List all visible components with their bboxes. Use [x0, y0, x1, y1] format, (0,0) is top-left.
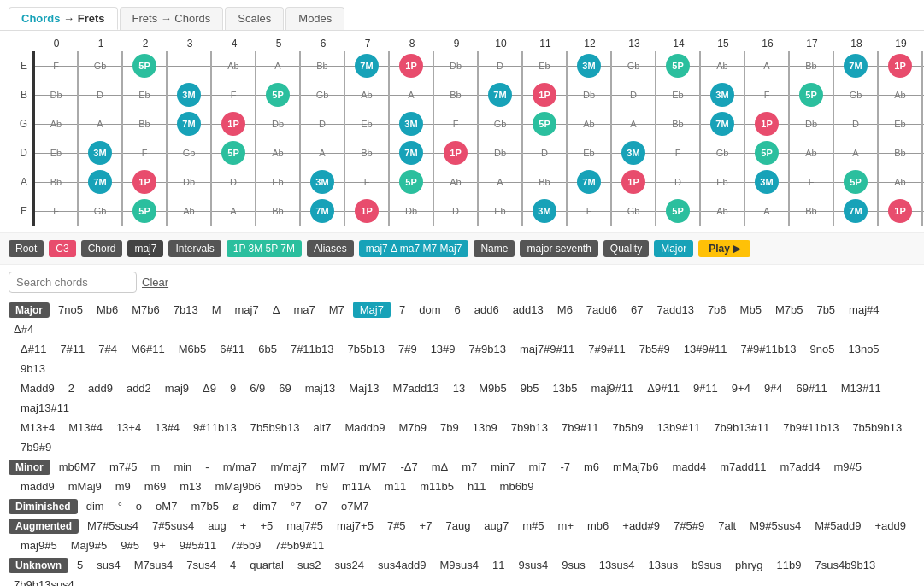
chord-maj7sharp9sharp11[interactable]: maj7#9#11 [515, 341, 580, 357]
chord-mDelta[interactable]: mΔ [427, 459, 454, 475]
chord-m7add11[interactable]: m7add11 [715, 459, 771, 475]
fret-cell-s5-f5[interactable]: Bb [255, 196, 299, 226]
note-5P-s2-f11[interactable]: 5P [533, 112, 556, 136]
fret-cell-s5-f15[interactable]: Ab [699, 196, 744, 226]
play-button[interactable]: Play ▶ [698, 240, 750, 257]
chord-min7[interactable]: min7 [486, 459, 520, 475]
fret-cell-s2-f8[interactable]: 3M [388, 109, 433, 138]
chord-7add6[interactable]: 7add6 [581, 302, 622, 318]
chord-m69[interactable]: m69 [139, 478, 171, 495]
chord-7b5b9b13-2[interactable]: 7b5b9b13 [847, 419, 907, 436]
chord-o7M7[interactable]: o7M7 [336, 498, 374, 514]
fret-cell-s4-f10[interactable]: A [477, 167, 521, 196]
chord-11b9[interactable]: 11b9 [772, 557, 807, 573]
fret-cell-s3-f6[interactable]: A [299, 138, 344, 167]
chord-m-maj7[interactable]: m/maj7 [265, 459, 312, 475]
chord-7add13[interactable]: 7add13 [651, 302, 698, 318]
note-3M-s3-f1[interactable]: 3M [88, 141, 112, 165]
fret-cell-s1-f7[interactable]: Ab [344, 80, 388, 109]
chord-m7[interactable]: m7 [456, 459, 482, 475]
chord-9sharp4[interactable]: 9#4 [759, 380, 788, 396]
tab-scales[interactable]: Scales [225, 7, 284, 30]
fret-cell-s4-f19[interactable]: Ab [877, 167, 921, 196]
note-5P-s5-f14[interactable]: 5P [666, 199, 690, 223]
note-3M-s3-f13[interactable]: 3M [621, 141, 645, 165]
fret-cell-s0-f5[interactable]: A [255, 51, 299, 80]
note-7M-s1-f10[interactable]: 7M [488, 83, 512, 107]
chord-oM7[interactable]: oM7 [150, 498, 182, 514]
chord-plusadd9[interactable]: +add9 [869, 518, 911, 534]
chord-7sharp11[interactable]: 7#11 [55, 341, 90, 357]
fret-cell-s4-f8[interactable]: 5P [388, 167, 433, 196]
chord-Maddb9[interactable]: Maddb9 [340, 419, 391, 436]
fret-cell-s5-f10[interactable]: Eb [477, 196, 521, 226]
chord-sus24[interactable]: sus24 [329, 557, 369, 573]
tab-frets-chords[interactable]: Frets → Chords [120, 7, 224, 30]
chord-m[interactable]: m [146, 459, 166, 475]
fret-cell-s5-f11[interactable]: 3M [521, 196, 566, 226]
chord-mb6[interactable]: mb6 [582, 518, 614, 534]
chord-7b5b9[interactable]: 7b5b9 [607, 419, 648, 436]
chord-M7b5[interactable]: M7b5 [770, 302, 809, 318]
chord-m9b5[interactable]: m9b5 [269, 478, 308, 495]
fret-cell-s4-f7[interactable]: F [344, 167, 388, 196]
fret-cell-s3-f19[interactable]: Bb [877, 138, 921, 167]
note-7M-s4-f1[interactable]: 7M [88, 170, 112, 194]
chord-dash7[interactable]: -7 [555, 459, 575, 475]
fret-cell-s1-f16[interactable]: F [744, 80, 788, 109]
chord-7b6[interactable]: 7b6 [703, 302, 732, 318]
note-3M-s4-f16[interactable]: 3M [755, 170, 779, 194]
fret-cell-s3-f11[interactable]: D [521, 138, 566, 167]
chord-M6b5[interactable]: M6b5 [174, 341, 212, 357]
chord-M9sharp5sus4[interactable]: M9#5sus4 [744, 518, 806, 534]
chord-7sharp4[interactable]: 7#4 [93, 341, 122, 357]
fret-cell-s5-f16[interactable]: A [744, 196, 788, 226]
chord-13no5[interactable]: 13no5 [843, 341, 884, 357]
fret-cell-s5-f12[interactable]: F [566, 196, 610, 226]
note-7M-s0-f7[interactable]: 7M [355, 54, 379, 78]
note-7M-s5-f18[interactable]: 7M [844, 199, 868, 223]
chord-add13[interactable]: add13 [508, 302, 549, 318]
fret-cell-s2-f2[interactable]: Bb [121, 109, 166, 138]
note-5P-s1-f17[interactable]: 5P [799, 83, 823, 107]
chord-7sharp5sharp9[interactable]: 7#5#9 [668, 518, 709, 534]
fret-cell-s0-f17[interactable]: Bb [788, 51, 833, 80]
chord-13sharp9sharp11[interactable]: 13#9#11 [679, 341, 733, 357]
chord-mMaj9b6[interactable]: mMaj9b6 [209, 478, 265, 495]
note-7M-s5-f6[interactable]: 7M [310, 199, 334, 223]
chord-Maj7-active[interactable]: Maj7 [353, 302, 391, 318]
fret-cell-s2-f15[interactable]: 7M [699, 109, 744, 138]
fret-cell-s1-f5[interactable]: 5P [255, 80, 299, 109]
chord-h9[interactable]: h9 [310, 478, 333, 495]
chord-67[interactable]: 67 [626, 302, 648, 318]
chord-13sharp4[interactable]: 13#4 [150, 419, 185, 436]
chord-9sharp5sharp11[interactable]: 9#5#11 [174, 537, 221, 554]
fret-cell-s3-f0[interactable]: Eb [32, 138, 77, 167]
chord-half-dim[interactable]: ø [227, 498, 244, 514]
chord-m11A[interactable]: m11A [337, 478, 376, 495]
chord-m-M7[interactable]: m/M7 [354, 459, 392, 475]
fret-cell-s3-f4[interactable]: 5P [210, 138, 255, 167]
fret-cell-s2-f17[interactable]: Db [788, 109, 833, 138]
chord-6sharp11[interactable]: 6#11 [215, 341, 250, 357]
fret-cell-s2-f1[interactable]: A [77, 109, 121, 138]
fret-cell-s0-f1[interactable]: Gb [77, 51, 121, 80]
chord-M13plus4[interactable]: M13+4 [15, 419, 60, 436]
fret-cell-s4-f3[interactable]: Db [166, 167, 210, 196]
fret-cell-s1-f1[interactable]: D [77, 80, 121, 109]
fret-cell-s3-f1[interactable]: 3M [77, 138, 121, 167]
fret-cell-s5-f19[interactable]: 1P [877, 196, 921, 226]
chord-deltaSharp4[interactable]: Δ#4 [9, 321, 38, 337]
chord-delta[interactable]: Δ [268, 302, 285, 318]
fret-cell-s2-f16[interactable]: 1P [744, 109, 788, 138]
fret-cell-s5-f3[interactable]: Ab [166, 196, 210, 226]
fret-cell-s5-f8[interactable]: Db [388, 196, 433, 226]
chord-maj9[interactable]: maj9 [160, 380, 194, 396]
note-5P-s1-f5[interactable]: 5P [266, 83, 290, 107]
root-value[interactable]: C3 [49, 240, 75, 257]
chord-7b9b13sharp11[interactable]: 7b9b13#11 [709, 419, 774, 436]
note-3M-s5-f11[interactable]: 3M [533, 199, 556, 223]
fret-cell-s3-f13[interactable]: 3M [610, 138, 655, 167]
chord-M9b5[interactable]: M9b5 [474, 380, 512, 396]
chord-9[interactable]: 9 [225, 380, 241, 396]
